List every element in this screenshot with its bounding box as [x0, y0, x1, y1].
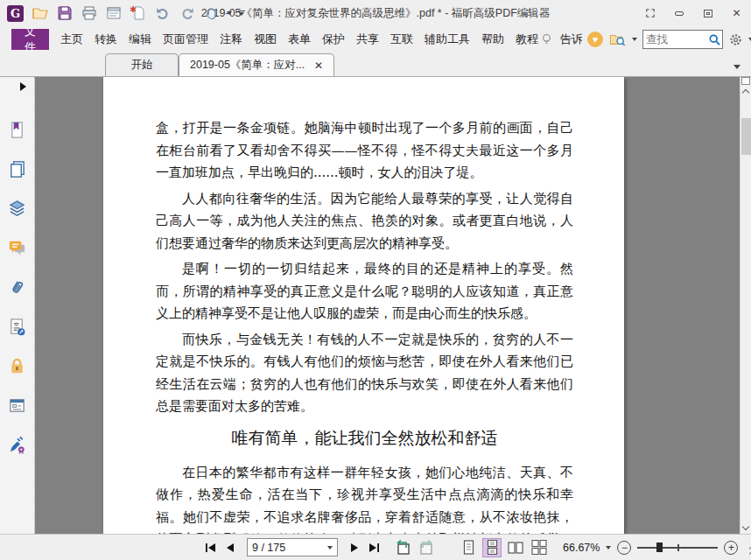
- email-icon: [105, 4, 123, 22]
- scrollbar-thumb[interactable]: [741, 118, 751, 155]
- print-button[interactable]: [80, 4, 98, 23]
- menu-help[interactable]: 帮助: [481, 30, 505, 49]
- document-canvas[interactable]: 盒，打开是一条金项链。她脑海中顿时出现了一个多月前的画面，自己在柜台前看了又看却…: [35, 77, 740, 534]
- first-page-button[interactable]: [205, 542, 217, 553]
- security-panel-button[interactable]: [7, 355, 28, 376]
- minimize-button[interactable]: [664, 0, 693, 26]
- undo-button[interactable]: [153, 4, 172, 23]
- menu-home[interactable]: 主页: [60, 30, 84, 49]
- zoom-slider[interactable]: [637, 542, 718, 554]
- layers-panel-button[interactable]: [7, 198, 28, 219]
- signature-fields-panel-button[interactable]: [7, 316, 28, 337]
- comments-icon: [7, 238, 27, 258]
- hand-tool-dropdown-icon[interactable]: [227, 11, 232, 15]
- page-navigation: 9 / 175: [205, 538, 380, 556]
- sign-icon: [7, 435, 27, 455]
- zoom-in-icon: +: [728, 542, 734, 553]
- single-page-icon: [462, 540, 475, 555]
- heart-icon[interactable]: ♥: [587, 32, 603, 47]
- zoom-in-button[interactable]: +: [724, 541, 738, 555]
- folder-search-dropdown-icon[interactable]: [632, 38, 637, 41]
- hand-tool-button[interactable]: [202, 4, 221, 23]
- save-icon: [56, 4, 74, 22]
- fields-panel-button[interactable]: [7, 395, 28, 416]
- close-button[interactable]: ✕: [722, 0, 751, 26]
- email-button[interactable]: [104, 4, 123, 23]
- continuous-facing-icon: [531, 540, 547, 555]
- doc-paragraph: 人人都向往奢华的生活。因为它能给人最尊荣的享受，让人觉得自己高人一等，成为他人关…: [156, 188, 573, 256]
- doc-paragraph: 盒，打开是一条金项链。她脑海中顿时出现了一个多月前的画面，自己在柜台前看了又看却…: [156, 117, 573, 185]
- zoom-out-button[interactable]: −: [617, 541, 631, 555]
- menu-tutorial[interactable]: 教程: [515, 30, 539, 49]
- printer-icon: [81, 4, 98, 22]
- continuous-view-button[interactable]: [482, 538, 502, 557]
- menu-protect[interactable]: 保护: [321, 30, 346, 49]
- menu-convert[interactable]: 转换: [94, 30, 118, 49]
- expand-panel-icon[interactable]: [20, 82, 26, 91]
- gear-icon[interactable]: [728, 32, 743, 47]
- scroll-up-icon[interactable]: [742, 89, 749, 96]
- previous-page-button[interactable]: [226, 542, 235, 553]
- doc-paragraph: 而快乐，与金钱无关！有钱的人不一定就是快乐的，贫穷的人不一定就是不快乐的。有钱人…: [156, 329, 573, 418]
- menu-comment[interactable]: 注释: [219, 30, 243, 49]
- page-thumbnails-panel-button[interactable]: [7, 158, 28, 179]
- pdf-page[interactable]: 盒，打开是一条金项链。她脑海中顿时出现了一个多月前的画面，自己在柜台前看了又看却…: [103, 77, 624, 534]
- signature-document-icon: [7, 317, 27, 337]
- menu-file[interactable]: 文件: [11, 29, 49, 50]
- zoom-slider-thumb[interactable]: [656, 542, 663, 552]
- lightbulb-icon[interactable]: [539, 32, 554, 47]
- bookmarks-panel-button[interactable]: [7, 119, 28, 140]
- view-history: [394, 540, 436, 556]
- page-number-combo[interactable]: 9 / 175: [247, 538, 338, 556]
- search-input[interactable]: [643, 33, 707, 46]
- menu-view[interactable]: 视图: [253, 30, 277, 49]
- facing-view-button[interactable]: [506, 538, 525, 557]
- page-thumbnails-icon: [7, 159, 27, 179]
- document-tab-bar: 开始 2019-05《简单：应对... ✕: [0, 52, 751, 77]
- arrange-windows-button[interactable]: [635, 0, 664, 26]
- scrollbar-split-box[interactable]: [741, 77, 750, 85]
- tab-close-icon[interactable]: ✕: [314, 60, 323, 72]
- menu-accessibility[interactable]: 辅助工具: [424, 30, 471, 49]
- zoom-out-icon: −: [621, 542, 628, 553]
- menubar-right-tools: 告诉 ♥: [539, 28, 751, 51]
- digital-signatures-panel-button[interactable]: [7, 434, 28, 455]
- continuous-facing-view-button[interactable]: [530, 538, 549, 557]
- window-controls: ✕: [635, 0, 751, 26]
- menu-share[interactable]: 共享: [355, 30, 380, 49]
- open-file-button[interactable]: [31, 4, 49, 23]
- single-page-view-button[interactable]: [459, 538, 478, 557]
- zoom-dropdown-icon[interactable]: [606, 546, 611, 550]
- menu-connect[interactable]: 互联: [390, 30, 414, 49]
- save-button[interactable]: [55, 4, 74, 23]
- next-view-button[interactable]: [418, 540, 436, 556]
- zoom-level[interactable]: 66.67%: [563, 542, 600, 554]
- restore-button[interactable]: [693, 0, 722, 26]
- next-page-button[interactable]: [350, 542, 359, 553]
- last-page-button[interactable]: [368, 542, 380, 553]
- folder-search-icon[interactable]: [608, 32, 627, 47]
- previous-view-button[interactable]: [394, 540, 411, 556]
- tab-start[interactable]: 开始: [105, 53, 179, 76]
- doc-paragraph: 在日本的繁华都市有这样一群年轻女孩，她们心地纯洁、天真、不做作，热爱生命，活在当…: [156, 462, 573, 535]
- tell-me-label[interactable]: 告诉: [559, 30, 582, 49]
- foxit-logo-icon[interactable]: G: [6, 4, 25, 23]
- search-icon[interactable]: [707, 32, 722, 47]
- create-pdf-button[interactable]: [129, 4, 147, 23]
- facing-pages-icon: [508, 541, 523, 555]
- redo-button[interactable]: [178, 4, 196, 23]
- attachments-panel-button[interactable]: [7, 276, 28, 298]
- comments-panel-button[interactable]: [7, 237, 28, 258]
- vertical-scrollbar[interactable]: [740, 77, 751, 534]
- tab-list-dropdown-icon[interactable]: [733, 65, 740, 69]
- attachment-icon: [7, 277, 27, 298]
- title-bar: G: [0, 0, 751, 26]
- tab-start-label: 开始: [131, 58, 153, 73]
- scroll-down-icon[interactable]: [742, 523, 749, 530]
- menu-edit[interactable]: 编辑: [128, 30, 152, 49]
- undo-icon: [154, 4, 172, 22]
- menu-form[interactable]: 表单: [287, 30, 312, 49]
- tab-active-document[interactable]: 2019-05《简单：应对... ✕: [179, 53, 334, 76]
- menu-organize[interactable]: 页面管理: [162, 30, 209, 49]
- customize-toolbar-button[interactable]: [238, 10, 245, 16]
